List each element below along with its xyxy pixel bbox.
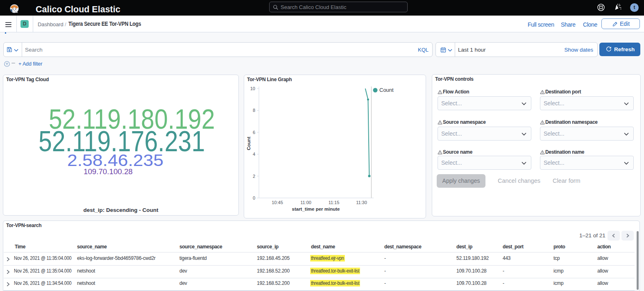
- svg-text:11:30: 11:30: [356, 200, 367, 205]
- svg-text:11:00: 11:00: [300, 200, 311, 205]
- svg-text:0: 0: [253, 196, 255, 200]
- svg-text:11:15: 11:15: [329, 200, 340, 205]
- svg-text:6: 6: [253, 130, 255, 135]
- svg-text:Count: Count: [246, 136, 251, 150]
- svg-text:10:45: 10:45: [272, 200, 283, 205]
- svg-text:Count: Count: [379, 87, 394, 93]
- svg-text:10: 10: [250, 86, 255, 91]
- svg-text:4: 4: [253, 152, 255, 157]
- svg-text:start_time per minute: start_time per minute: [292, 207, 340, 211]
- svg-text:8: 8: [253, 108, 255, 113]
- svg-text:2: 2: [253, 174, 255, 179]
